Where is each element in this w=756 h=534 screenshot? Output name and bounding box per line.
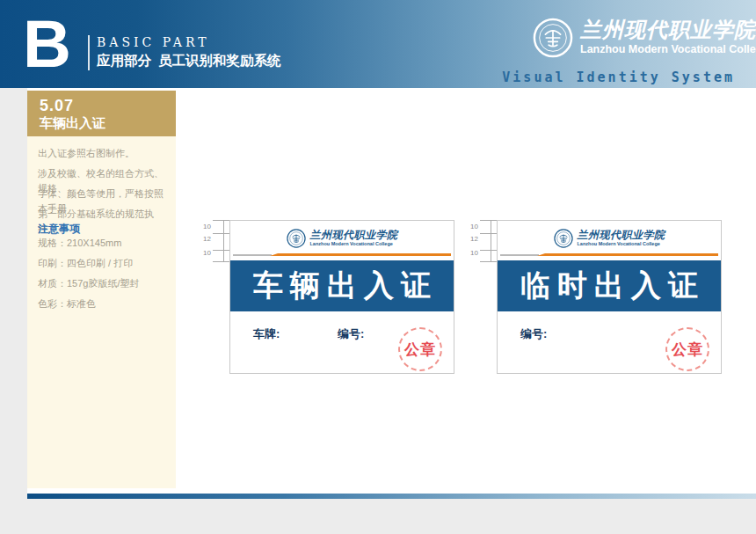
official-seal-placeholder: 公章 <box>665 327 709 371</box>
notes-heading: 注意事项 <box>38 222 80 237</box>
notes-item: 材质：157g胶版纸/塑封 <box>38 276 171 296</box>
card-title-banner: 临时出入证 <box>498 260 721 311</box>
college-name-en: Lanzhou Modern Vocational College <box>580 43 756 55</box>
notes-item: 印刷：四色印刷 / 打印 <box>38 256 171 276</box>
college-seal-icon <box>287 229 306 248</box>
section-letter: B <box>23 7 71 81</box>
notes-item: 规格：210X145mm <box>38 236 171 256</box>
ruler-tick <box>213 220 229 221</box>
page-header: B BASIC PART 应用部分员工识别和奖励系统 兰州现代职业学院 Lanz… <box>0 0 756 88</box>
section-number: 5.07 <box>40 97 176 114</box>
dimension-ruler: 10 12 10 <box>201 220 229 262</box>
temporary-pass-card: 兰州现代职业学院 Lanzhou Modern Vocational Colle… <box>497 220 722 374</box>
card-college-brand: 兰州现代职业学院 Lanzhou Modern Vocational Colle… <box>230 229 454 248</box>
section-sub-label: 员工识别和奖励系统 <box>158 53 281 68</box>
vehicle-pass-card: 兰州现代职业学院 Lanzhou Modern Vocational Colle… <box>229 220 454 374</box>
footer-rule <box>27 494 756 499</box>
college-seal-icon <box>554 229 573 248</box>
ruler-tick <box>213 233 229 234</box>
ruler-value: 10 <box>469 223 478 230</box>
ruler-value: 10 <box>201 249 211 257</box>
section-description: 出入证参照右图制作。 涉及校徽、校名的组合方式、规格、 字体、颜色等使用，严格按… <box>38 146 171 227</box>
ruler-value: 12 <box>201 235 211 243</box>
card-college-name-zh: 兰州现代职业学院 <box>310 230 398 241</box>
description-line: 字体、颜色等使用，严格按照本手册 <box>38 187 171 207</box>
description-line: 涉及校徽、校名的组合方式、规格、 <box>38 166 171 187</box>
college-brand: 兰州现代职业学院 Lanzhou Modern Vocational Colle… <box>533 18 756 58</box>
card-rule-gray <box>233 254 272 256</box>
ruler-value: 10 <box>201 223 211 230</box>
official-seal-placeholder: 公章 <box>398 327 442 371</box>
college-brand-text: 兰州现代职业学院 Lanzhou Modern Vocational Colle… <box>580 18 756 55</box>
card-college-name-en: Lanzhou Modern Vocational College <box>578 241 665 247</box>
notes-item: 色彩：标准色 <box>38 296 171 317</box>
serial-number-label: 编号: <box>520 326 547 342</box>
section-label-zh: 应用部分员工识别和奖励系统 <box>97 52 281 70</box>
section-part-label: 应用部分 <box>97 53 151 68</box>
card-college-brand: 兰州现代职业学院 Lanzhou Modern Vocational Colle… <box>498 229 721 248</box>
vis-manual-page: B BASIC PART 应用部分员工识别和奖励系统 兰州现代职业学院 Lanz… <box>0 0 756 534</box>
serial-number-label: 编号: <box>338 326 364 342</box>
ruler-tick <box>480 261 497 262</box>
ruler-line <box>491 220 491 261</box>
ruler-tick <box>480 233 497 234</box>
section-number-box: 5.07 车辆出入证 <box>27 91 176 136</box>
ruler-tick <box>213 261 229 262</box>
card-college-name-zh: 兰州现代职业学院 <box>578 230 665 241</box>
description-line: 出入证参照右图制作。 <box>38 146 171 166</box>
ruler-value: 12 <box>469 235 478 243</box>
ruler-tick <box>480 250 497 251</box>
card-rule-orange <box>537 253 718 256</box>
vis-system-label: Visual Identity System <box>502 69 735 85</box>
card-college-name-en: Lanzhou Modern Vocational College <box>310 241 398 247</box>
header-divider <box>88 35 90 70</box>
card-rule-gray <box>500 254 539 256</box>
plate-number-label: 车牌: <box>253 326 280 342</box>
ruler-line <box>223 220 224 261</box>
college-seal-icon <box>533 18 573 58</box>
dimension-ruler: 10 12 10 <box>469 220 497 262</box>
ruler-tick <box>213 250 229 251</box>
section-label-en: BASIC PART <box>97 35 210 49</box>
ruler-tick <box>480 220 497 221</box>
ruler-value: 10 <box>469 249 478 257</box>
card-rule-orange <box>270 253 451 256</box>
card-title-banner: 车辆出入证 <box>230 260 454 311</box>
notes-list: 规格：210X145mm 印刷：四色印刷 / 打印 材质：157g胶版纸/塑封 … <box>38 236 171 317</box>
college-name-zh: 兰州现代职业学院 <box>580 18 756 42</box>
section-title: 车辆出入证 <box>40 114 176 131</box>
